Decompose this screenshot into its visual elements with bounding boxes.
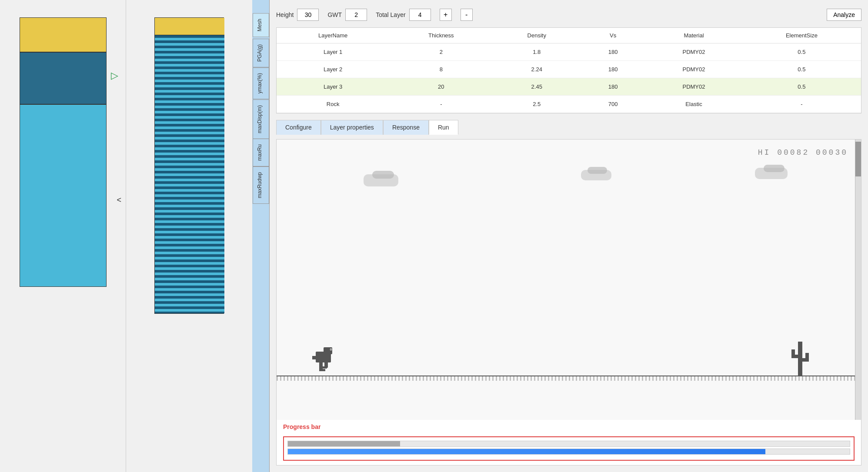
progress-bar-track-2: [287, 449, 850, 455]
arrow-left-icon: <: [117, 196, 121, 205]
layer-table-body: Layer 1 2 1.8 180 PDMY02 0.5 Layer 2 8 2…: [277, 43, 861, 113]
svg-rect-9: [322, 366, 327, 369]
col-layername: LayerName: [277, 28, 389, 43]
table-row[interactable]: Layer 3 20 2.45 180 PDMY02 0.5: [277, 78, 861, 96]
vtab-maxrudwp[interactable]: maxRudwp: [253, 166, 269, 204]
cell-material: PDMY02: [645, 61, 742, 78]
total-layer-label: Total Layer: [376, 11, 405, 18]
progress-bar-fill-gray: [288, 441, 400, 446]
soil-layer-1-yellow: [20, 17, 107, 52]
layer-table-container: LayerName Thickness Density Vs Material …: [276, 27, 861, 113]
svg-rect-7: [319, 369, 325, 371]
cell-material: PDMY02: [645, 78, 742, 96]
cell-density: 2.24: [493, 61, 581, 78]
middle-mesh-panel: [126, 0, 252, 472]
progress-bar-section: Progress bar: [277, 420, 861, 436]
top-controls-bar: Height GWT Total Layer + - Analyze: [276, 7, 861, 23]
cell-vs: 700: [581, 96, 645, 113]
mesh-column: [154, 17, 224, 314]
soil-layer-2-dark-teal: ▷: [20, 52, 107, 104]
cell-thickness: 2: [389, 43, 493, 61]
cell-name: Rock: [277, 96, 389, 113]
svg-rect-1: [324, 347, 332, 354]
layer-table: LayerName Thickness Density Vs Material …: [277, 28, 861, 113]
cell-elementsize: 0.5: [742, 43, 861, 61]
remove-layer-button[interactable]: -: [461, 9, 473, 21]
col-elementsize: ElementSize: [742, 28, 861, 43]
cell-name: Layer 2: [277, 61, 389, 78]
mesh-layer-striped: [155, 35, 224, 313]
soil-layer-3-blue: [20, 104, 107, 287]
progress-bar-track-1: [287, 441, 850, 447]
col-density: Density: [493, 28, 581, 43]
svg-rect-14: [805, 353, 809, 362]
vtab-pga[interactable]: PGA(g): [253, 39, 269, 67]
scrollbar-vertical[interactable]: [855, 140, 861, 420]
cell-elementsize: 0.5: [742, 78, 861, 96]
table-row[interactable]: Layer 1 2 1.8 180 PDMY02 0.5: [277, 43, 861, 61]
col-material: Material: [645, 28, 742, 43]
svg-rect-3: [331, 349, 331, 350]
right-panel: Height GWT Total Layer + - Analyze Layer…: [270, 0, 868, 472]
tab-layer-properties[interactable]: Layer properties: [321, 120, 383, 135]
height-control: Height: [276, 9, 319, 21]
svg-rect-10: [798, 342, 802, 376]
cloud-3b: [764, 165, 785, 172]
height-label: Height: [276, 11, 294, 18]
run-panel: HI 00082 00030: [276, 139, 861, 465]
height-input[interactable]: [297, 9, 319, 21]
cell-density: 2.45: [493, 78, 581, 96]
tab-response[interactable]: Response: [383, 120, 429, 135]
table-header-row: LayerName Thickness Density Vs Material …: [277, 28, 861, 43]
total-layer-control: Total Layer: [376, 9, 431, 21]
analyze-button[interactable]: Analyze: [827, 9, 861, 21]
cloud-1b: [372, 171, 394, 179]
soil-column: ▷: [20, 17, 107, 287]
total-layer-input[interactable]: [409, 9, 431, 21]
tab-run[interactable]: Run: [429, 120, 458, 135]
vtab-maxru[interactable]: maxRu: [253, 139, 269, 166]
tab-configure[interactable]: Configure: [276, 120, 321, 135]
ground-dots: [277, 376, 861, 381]
cell-thickness: 8: [389, 61, 493, 78]
gwt-control: GWT: [327, 9, 367, 21]
cell-material: Elastic: [645, 96, 742, 113]
cell-elementsize: -: [742, 96, 861, 113]
gwt-input[interactable]: [345, 9, 367, 21]
cell-vs: 180: [581, 78, 645, 96]
vtab-mesh[interactable]: Mesh: [253, 13, 269, 37]
progress-bar-fill-blue: [288, 449, 765, 454]
cell-density: 1.8: [493, 43, 581, 61]
vtab-ymax[interactable]: ymax(%): [253, 67, 269, 99]
vertical-tabs-panel: Mesh PGA(g) ymax(%) maxDisp(m) maxRu max…: [252, 0, 270, 472]
cell-name: Layer 3: [277, 78, 389, 96]
cell-material: PDMY02: [645, 43, 742, 61]
table-row[interactable]: Rock - 2.5 700 Elastic -: [277, 96, 861, 113]
hi-score: HI 00082 00030: [758, 148, 848, 157]
vtab-maxdisp[interactable]: maxDisp(m): [253, 100, 269, 139]
left-soil-panel: ▷ <: [0, 0, 126, 472]
scrollbar-thumb[interactable]: [855, 142, 861, 176]
game-area[interactable]: HI 00082 00030: [277, 140, 861, 420]
cell-thickness: -: [389, 96, 493, 113]
cell-name: Layer 1: [277, 43, 389, 61]
mesh-layer-yellow: [155, 18, 224, 35]
table-row[interactable]: Layer 2 8 2.24 180 PDMY02 0.5: [277, 61, 861, 78]
arrow-right-icon: ▷: [111, 70, 118, 81]
col-thickness: Thickness: [389, 28, 493, 43]
cell-vs: 180: [581, 61, 645, 78]
progress-bars-container: [283, 436, 855, 461]
tabs-row: Configure Layer properties Response Run: [276, 120, 861, 135]
cell-thickness: 20: [389, 78, 493, 96]
add-layer-button[interactable]: +: [440, 9, 452, 21]
dino-character: [311, 347, 337, 376]
svg-rect-12: [791, 349, 795, 358]
cloud-2b: [588, 167, 607, 174]
cell-density: 2.5: [493, 96, 581, 113]
cell-vs: 180: [581, 43, 645, 61]
cactus: [791, 342, 809, 376]
svg-rect-5: [312, 356, 317, 359]
progress-bar-label: Progress bar: [283, 423, 855, 430]
svg-rect-4: [327, 357, 330, 359]
col-vs: Vs: [581, 28, 645, 43]
